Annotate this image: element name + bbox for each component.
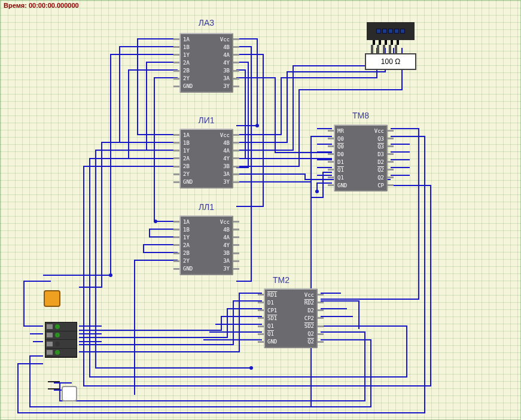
pin-1A[interactable]: 1A xyxy=(181,35,206,43)
pin-D3[interactable]: D3 xyxy=(361,150,386,158)
chip-tm2[interactable]: RD1D1CP1SD1Q1Q1GNDVccRD2D2CP2SD2Q2Q2 xyxy=(264,288,318,348)
junction-dot xyxy=(109,273,112,277)
pin-4Y[interactable]: 4Y xyxy=(206,59,232,66)
pin-4B[interactable]: 4B xyxy=(206,226,232,233)
pin-1B[interactable]: 1B xyxy=(181,226,206,233)
pin-2Y[interactable]: 2Y xyxy=(181,75,206,83)
pin-3B[interactable]: 3B xyxy=(206,163,232,171)
pin-4A[interactable]: 4A xyxy=(206,51,232,59)
pin-Q1b[interactable]: Q1 xyxy=(335,166,361,174)
pin-3Y[interactable]: 3Y xyxy=(206,265,232,273)
junction-dot xyxy=(249,366,253,370)
chip-ll1[interactable]: 1A1B1Y2A2B2YGNDVcc4B4A4Y3B3A3Y xyxy=(179,215,233,275)
pin-3A[interactable]: 3A xyxy=(206,171,232,178)
pin-Vcc[interactable]: Vcc xyxy=(206,35,232,43)
pin-GND[interactable]: GND xyxy=(181,83,206,90)
pin-1B[interactable]: 1B xyxy=(181,139,206,147)
chip-label-tm8: ТМ8 xyxy=(334,111,388,120)
pin-4Y[interactable]: 4Y xyxy=(206,154,232,162)
pin-Q2b[interactable]: Q2 xyxy=(361,166,386,174)
pin-Q2[interactable]: Q2 xyxy=(361,174,386,181)
pin-2A[interactable]: 2A xyxy=(181,59,206,66)
push-button-1[interactable] xyxy=(44,290,60,307)
pin-3Y[interactable]: 3Y xyxy=(206,83,232,90)
pin-D0[interactable]: D0 xyxy=(335,150,361,158)
pin-2Y[interactable]: 2Y xyxy=(181,171,206,178)
pin-CP2[interactable]: CP2 xyxy=(291,314,316,322)
chip-tm8[interactable]: MRQ0Q0D0D1Q1Q1GNDVccQ3Q3D3D2Q2Q2CP xyxy=(334,124,388,191)
pin-Q0b[interactable]: Q0 xyxy=(335,142,361,150)
pin-Q2[interactable]: Q2 xyxy=(291,330,316,338)
pin-GND[interactable]: GND xyxy=(335,181,361,189)
pin-Q3b[interactable]: Q3 xyxy=(361,142,386,150)
pin-2A[interactable]: 2A xyxy=(181,241,206,249)
pin-GND[interactable]: GND xyxy=(181,265,206,273)
pin-4B[interactable]: 4B xyxy=(206,139,232,147)
pin-4A[interactable]: 4A xyxy=(206,147,232,154)
pin-D2[interactable]: D2 xyxy=(361,158,386,166)
pin-2B[interactable]: 2B xyxy=(181,163,206,171)
led-leads xyxy=(371,45,397,53)
pin-CP[interactable]: CP xyxy=(361,181,386,189)
pin-MR[interactable]: MR xyxy=(335,127,361,135)
pin-Q3[interactable]: Q3 xyxy=(361,135,386,142)
pin-D2[interactable]: D2 xyxy=(291,306,316,314)
pin-3B[interactable]: 3B xyxy=(206,249,232,257)
pin-D1[interactable]: D1 xyxy=(335,158,361,166)
pin-Vcc[interactable]: Vcc xyxy=(291,291,316,299)
resistor-block[interactable]: 100 Ω xyxy=(365,53,416,70)
pin-3A[interactable]: 3A xyxy=(206,75,232,83)
chip-la3[interactable]: 1A1B1Y2A2B2YGNDVcc4B4A4Y3B3A3Y xyxy=(179,33,233,93)
pin-RD2b[interactable]: RD2 xyxy=(291,299,316,306)
simulation-time: Время: 00:00:00.000000 xyxy=(4,2,79,9)
pin-Vcc[interactable]: Vcc xyxy=(206,131,232,139)
canvas-grid[interactable] xyxy=(0,0,521,420)
chip-label-la3: ЛА3 xyxy=(179,18,233,28)
pin-3B[interactable]: 3B xyxy=(206,67,232,75)
junction-dot xyxy=(154,220,157,223)
pin-Q1[interactable]: Q1 xyxy=(335,174,361,181)
pin-4A[interactable]: 4A xyxy=(206,233,232,241)
pin-4B[interactable]: 4B xyxy=(206,43,232,51)
led-pins xyxy=(373,40,399,45)
pin-GND[interactable]: GND xyxy=(181,178,206,186)
pin-2A[interactable]: 2A xyxy=(181,154,206,162)
pin-Q1b[interactable]: Q1 xyxy=(265,330,291,338)
push-button-2[interactable] xyxy=(62,386,77,401)
pin-2B[interactable]: 2B xyxy=(181,249,206,257)
pin-1Y[interactable]: 1Y xyxy=(181,233,206,241)
pin-SD1b[interactable]: SD1 xyxy=(265,314,291,322)
pin-3Y[interactable]: 3Y xyxy=(206,178,232,186)
pin-2B[interactable]: 2B xyxy=(181,67,206,75)
chip-label-ll1: ЛЛ1 xyxy=(179,202,233,212)
pin-4Y[interactable]: 4Y xyxy=(206,241,232,249)
pin-Vcc[interactable]: Vcc xyxy=(361,127,386,135)
pin-Q1[interactable]: Q1 xyxy=(265,322,291,330)
pin-1Y[interactable]: 1Y xyxy=(181,147,206,154)
pin-3A[interactable]: 3A xyxy=(206,257,232,265)
pin-RD1b[interactable]: RD1 xyxy=(265,291,291,299)
input-switch-block[interactable] xyxy=(45,322,77,358)
pin-CP1[interactable]: CP1 xyxy=(265,306,291,314)
pin-D1[interactable]: D1 xyxy=(265,299,291,306)
pin-GND[interactable]: GND xyxy=(265,338,291,346)
chip-li1[interactable]: 1A1B1Y2A2B2YGNDVcc4B4A4Y3B3A3Y xyxy=(179,129,233,188)
chip-label-tm2: ТМ2 xyxy=(254,275,308,285)
pin-SD2b[interactable]: SD2 xyxy=(291,322,316,330)
pin-Vcc[interactable]: Vcc xyxy=(206,218,232,226)
pin-Q0[interactable]: Q0 xyxy=(335,135,361,142)
pin-2Y[interactable]: 2Y xyxy=(181,257,206,265)
pin-1Y[interactable]: 1Y xyxy=(181,51,206,59)
pin-1B[interactable]: 1B xyxy=(181,43,206,51)
pin-1A[interactable]: 1A xyxy=(181,131,206,139)
junction-dot xyxy=(255,124,259,127)
junction-dot xyxy=(315,190,319,193)
pin-Q2b[interactable]: Q2 xyxy=(291,338,316,346)
pin-1A[interactable]: 1A xyxy=(181,218,206,226)
chip-label-li1: ЛИ1 xyxy=(179,115,233,125)
led-connector-top[interactable] xyxy=(367,22,415,40)
